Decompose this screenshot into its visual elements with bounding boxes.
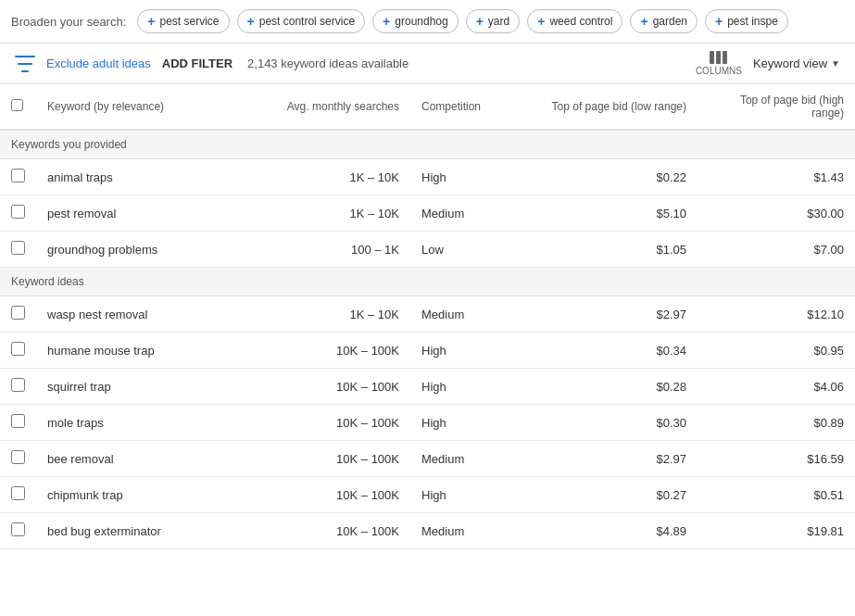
avg-monthly-header: Avg. monthly searches — [262, 84, 410, 130]
table-row: pest removal1K – 10KMedium$5.10$30.00 — [0, 195, 855, 232]
bid-high-cell: $7.00 — [698, 232, 855, 268]
bid-low-cell: $2.97 — [540, 441, 698, 477]
keyword-cell: mole traps — [36, 405, 262, 441]
keyword-cell: bed bug exterminator — [36, 513, 262, 549]
bid-low-cell: $2.97 — [540, 296, 698, 333]
tag-label: garden — [653, 15, 687, 28]
competition-header: Competition — [410, 84, 540, 130]
row-checkbox[interactable] — [11, 378, 25, 392]
columns-label: COLUMNS — [696, 66, 742, 76]
row-checkbox[interactable] — [11, 205, 25, 219]
competition-cell: Medium — [410, 441, 540, 477]
competition-cell: Medium — [410, 195, 540, 232]
table-row: bee removal10K – 100KMedium$2.97$16.59 — [0, 441, 855, 477]
tag-pest-inspe[interactable]: + pest inspe — [705, 9, 788, 33]
tag-label: pest control service — [259, 15, 355, 28]
keyword-view-label: Keyword view — [753, 57, 827, 70]
tag-groundhog[interactable]: + groundhog — [372, 9, 459, 33]
row-checkbox[interactable] — [11, 241, 25, 255]
competition-cell: High — [410, 369, 540, 405]
keyword-view-button[interactable]: Keyword view ▼ — [753, 57, 840, 70]
competition-cell: High — [410, 405, 540, 441]
section-header-row: Keywords you provided — [0, 130, 855, 159]
avg-monthly-cell: 10K – 100K — [262, 333, 410, 369]
competition-cell: High — [410, 333, 540, 369]
competition-cell: High — [410, 159, 540, 195]
row-checkbox-cell[interactable] — [0, 441, 36, 477]
plus-icon: + — [383, 14, 390, 29]
row-checkbox[interactable] — [11, 414, 25, 428]
keyword-cell: pest removal — [36, 195, 262, 232]
row-checkbox[interactable] — [11, 522, 25, 536]
keyword-header: Keyword (by relevance) — [36, 84, 262, 130]
tag-yard[interactable]: + yard — [466, 9, 521, 33]
bid-low-cell: $0.34 — [540, 333, 698, 369]
competition-cell: Medium — [410, 296, 540, 333]
avg-monthly-cell: 100 – 1K — [262, 232, 410, 268]
competition-cell: Low — [410, 232, 540, 268]
keyword-cell: bee removal — [36, 441, 262, 477]
bid-low-cell: $1.05 — [540, 232, 698, 268]
section-header-row: Keyword ideas — [0, 268, 855, 296]
keyword-cell: chipmunk trap — [36, 477, 262, 513]
plus-icon: + — [476, 14, 484, 29]
keyword-cell: humane mouse trap — [36, 333, 262, 369]
row-checkbox-cell[interactable] — [0, 159, 36, 195]
row-checkbox-cell[interactable] — [0, 477, 36, 513]
row-checkbox[interactable] — [11, 306, 25, 320]
row-checkbox-cell[interactable] — [0, 405, 36, 441]
keyword-cell: squirrel trap — [36, 369, 262, 405]
avg-monthly-cell: 10K – 100K — [262, 441, 410, 477]
bid-low-header: Top of page bid (low range) — [540, 84, 698, 130]
plus-icon: + — [715, 14, 723, 29]
select-all-header[interactable] — [0, 84, 36, 130]
section-header-label: Keyword ideas — [0, 268, 855, 296]
avg-monthly-cell: 10K – 100K — [262, 405, 410, 441]
bid-high-cell: $19.81 — [698, 513, 855, 549]
bid-low-cell: $5.10 — [540, 195, 698, 232]
bid-high-cell: $1.43 — [698, 159, 855, 195]
keyword-cell: animal traps — [36, 159, 262, 195]
table-row: mole traps10K – 100KHigh$0.30$0.89 — [0, 405, 855, 441]
tag-pest-service[interactable]: + pest service — [137, 9, 229, 33]
bid-high-cell: $4.06 — [698, 369, 855, 405]
row-checkbox[interactable] — [11, 450, 25, 464]
row-checkbox-cell[interactable] — [0, 195, 36, 232]
tag-label: yard — [488, 15, 509, 28]
tag-label: weed control — [549, 15, 612, 28]
broaden-label: Broaden your search: — [11, 15, 126, 29]
avg-monthly-cell: 1K – 10K — [262, 195, 410, 232]
row-checkbox-cell[interactable] — [0, 513, 36, 549]
tag-pest-control-service[interactable]: + pest control service — [237, 9, 366, 33]
plus-icon: + — [537, 14, 545, 29]
row-checkbox[interactable] — [11, 486, 25, 500]
exclude-adult-ideas-link[interactable]: Exclude adult ideas — [46, 57, 151, 70]
row-checkbox-cell[interactable] — [0, 232, 36, 268]
dropdown-arrow-icon: ▼ — [831, 58, 840, 69]
bid-low-cell: $0.22 — [540, 159, 698, 195]
bid-low-cell: $4.89 — [540, 513, 698, 549]
bid-low-cell: $0.30 — [540, 405, 698, 441]
row-checkbox-cell[interactable] — [0, 333, 36, 369]
avg-monthly-cell: 10K – 100K — [262, 477, 410, 513]
select-all-checkbox[interactable] — [11, 99, 23, 111]
add-filter-button[interactable]: ADD FILTER — [162, 57, 233, 70]
ideas-count-label: 2,143 keyword ideas available — [247, 57, 409, 70]
row-checkbox-cell[interactable] — [0, 369, 36, 405]
tag-garden[interactable]: + garden — [630, 9, 698, 33]
row-checkbox-cell[interactable] — [0, 296, 36, 333]
plus-icon: + — [640, 14, 648, 29]
table-row: humane mouse trap10K – 100KHigh$0.34$0.9… — [0, 333, 855, 369]
keywords-table: Keyword (by relevance) Avg. monthly sear… — [0, 84, 855, 549]
tag-label: pest inspe — [727, 15, 778, 28]
avg-monthly-cell: 10K – 100K — [262, 513, 410, 549]
tag-weed-control[interactable]: + weed control — [527, 9, 622, 33]
bid-high-cell: $30.00 — [698, 195, 855, 232]
table-row: animal traps1K – 10KHigh$0.22$1.43 — [0, 159, 855, 195]
plus-icon: + — [147, 14, 155, 29]
row-checkbox[interactable] — [11, 169, 25, 182]
row-checkbox[interactable] — [11, 342, 25, 356]
competition-cell: High — [410, 477, 540, 513]
competition-cell: Medium — [410, 513, 540, 549]
columns-button[interactable]: COLUMNS — [696, 51, 742, 76]
